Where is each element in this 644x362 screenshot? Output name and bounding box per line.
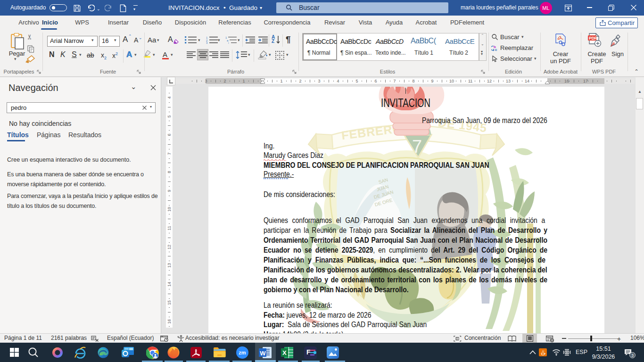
svg-text:X: X — [282, 349, 287, 356]
svg-text:W: W — [260, 350, 266, 357]
svg-text:3: 3 — [206, 41, 208, 44]
svg-text:PDF: PDF — [589, 36, 597, 41]
svg-text:i: i — [228, 41, 229, 44]
svg-text:c: c — [495, 48, 497, 51]
